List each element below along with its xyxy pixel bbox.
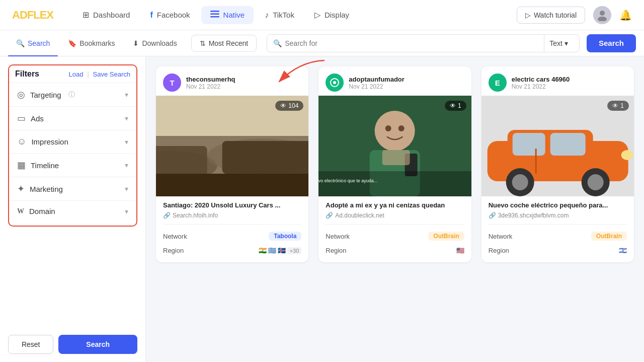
- sub-tab-search[interactable]: 🔍 Search: [8, 35, 58, 51]
- chevron-down-icon: ▾: [125, 185, 128, 193]
- filter-impression[interactable]: ☺ Impression ▾: [9, 130, 136, 153]
- sub-tab-bookmarks[interactable]: 🔖 Bookmarks: [60, 35, 123, 51]
- nav-tab-facebook-label: Facebook: [157, 11, 190, 19]
- svg-text:Es un dispositivo electrónico : Es un dispositivo electrónico que te ayu…: [318, 178, 377, 183]
- header: ADFLEX ⊞ Dashboard f Facebook Native ♪ T…: [0, 0, 644, 30]
- search-button[interactable]: Search: [587, 34, 636, 52]
- card-3-image: 👁 1: [481, 96, 634, 196]
- header-right: ▷ Watch tutorial 🔔: [517, 6, 632, 24]
- svg-point-31: [512, 174, 528, 190]
- ads-icon: ▭: [17, 113, 26, 124]
- card-3-details: Network OutBrain Region 🇮🇱: [489, 224, 627, 257]
- svg-rect-28: [512, 133, 545, 156]
- filter-targeting[interactable]: ◎ Targeting ⓘ ▾: [9, 83, 136, 106]
- eye-icon: 👁: [612, 102, 618, 109]
- filter-impression-left: ☺ Impression: [17, 136, 68, 147]
- sub-tab-downloads[interactable]: ⬇ Downloads: [125, 35, 185, 51]
- facebook-icon: f: [150, 11, 152, 20]
- nav-tab-native[interactable]: Native: [201, 6, 254, 24]
- nav-tab-display[interactable]: ▷ Display: [305, 6, 358, 24]
- content-area: T theconsumerhq Nov 21 2022: [146, 56, 644, 362]
- ad-card-2[interactable]: adoptaunfumador Nov 21 2022: [318, 66, 471, 262]
- notification-bell-icon[interactable]: 🔔: [619, 9, 632, 21]
- sub-tab-search-label: Search: [28, 39, 50, 47]
- search-bar: 🔍 Text ▾: [267, 34, 580, 52]
- svg-rect-11: [222, 141, 309, 174]
- card-1-regions: 🇮🇳 🇬🇷 🇮🇸 +30: [259, 247, 302, 254]
- card-3-url-text: 3de936.shcxjdwfblvm.com: [498, 212, 569, 219]
- load-link[interactable]: Load: [69, 70, 84, 78]
- card-2-regions: 🇺🇸: [456, 247, 464, 254]
- nav-tab-facebook[interactable]: f Facebook: [141, 7, 199, 24]
- sort-icon: ⇅: [200, 39, 206, 47]
- card-3-regions: 🇮🇱: [619, 247, 627, 254]
- filter-ads[interactable]: ▭ Ads ▾: [9, 106, 136, 130]
- filter-targeting-left: ◎ Targeting ⓘ: [17, 89, 75, 100]
- tiktok-icon: ♪: [265, 11, 269, 20]
- link-icon: 🔗: [489, 212, 496, 219]
- card-1-views-count: 104: [288, 102, 298, 109]
- region-label: Region: [326, 247, 346, 254]
- filter-timeline[interactable]: ▦ Timeline ▾: [9, 153, 136, 177]
- card-1-network-row: Network Taboola: [163, 229, 301, 244]
- svg-point-3: [600, 11, 605, 16]
- ad-card-3[interactable]: E electric cars 46960 Nov 21 2022: [481, 66, 634, 262]
- downloads-sub-icon: ⬇: [133, 39, 139, 47]
- svg-point-4: [598, 17, 607, 21]
- card-3-views: 👁 1: [607, 101, 629, 111]
- sidebar-search-button[interactable]: Search: [58, 335, 137, 354]
- card-2-views-count: 1: [458, 102, 461, 109]
- text-type-dropdown[interactable]: Text ▾: [544, 35, 573, 52]
- card-1-meta: theconsumerhq Nov 21 2022: [186, 76, 301, 90]
- chevron-down-icon: ▾: [125, 114, 128, 122]
- nav-tab-dashboard[interactable]: ⊞ Dashboard: [73, 6, 139, 24]
- sort-button[interactable]: ⇅ Most Recent: [191, 35, 257, 52]
- card-3-network-badge: OutBrain: [591, 232, 627, 241]
- watch-tutorial-button[interactable]: ▷ Watch tutorial: [517, 7, 585, 24]
- card-1-title: Santiago: 2020 Unsold Luxury Cars ...: [163, 201, 301, 209]
- cards-grid: T theconsumerhq Nov 21 2022: [156, 66, 634, 262]
- save-search-link[interactable]: Save Search: [93, 70, 130, 78]
- search-input[interactable]: [285, 39, 544, 47]
- svg-point-19: [385, 125, 391, 131]
- svg-point-33: [587, 174, 603, 190]
- card-1-header: T theconsumerhq Nov 21 2022: [156, 66, 308, 96]
- card-3-title: Nuevo coche eléctrico pequeño para...: [489, 201, 627, 209]
- filter-marketing[interactable]: ✦ Marketing ▾: [9, 177, 136, 200]
- card-2-region-row: Region 🇺🇸: [326, 244, 464, 257]
- avatar[interactable]: [593, 6, 611, 24]
- card-3-meta: electric cars 46960 Nov 21 2022: [512, 76, 627, 90]
- filter-domain-left: W Domain: [17, 207, 55, 215]
- card-3-region-row: Region 🇮🇱: [489, 244, 627, 257]
- play-icon: ▷: [525, 11, 531, 19]
- svg-rect-10: [156, 146, 207, 176]
- sort-label: Most Recent: [209, 39, 249, 47]
- reset-button[interactable]: Reset: [8, 335, 53, 354]
- eye-icon: 👁: [450, 102, 456, 109]
- logo-text-main: ADFLE: [12, 9, 46, 21]
- search-bar-icon: 🔍: [273, 39, 282, 47]
- filters-panel: Filters Load | Save Search ◎ Targeting ⓘ…: [8, 64, 137, 227]
- card-1-body: Santiago: 2020 Unsold Luxury Cars ... 🔗 …: [156, 196, 308, 262]
- card-3-date: Nov 21 2022: [512, 83, 627, 90]
- info-icon: ⓘ: [68, 90, 75, 99]
- chevron-down-icon: ▾: [565, 39, 568, 47]
- card-3-header: E electric cars 46960 Nov 21 2022: [481, 66, 634, 96]
- ad-card-1[interactable]: T theconsumerhq Nov 21 2022: [156, 66, 308, 262]
- card-1-image: 👁 104: [156, 96, 308, 196]
- watch-tutorial-label: Watch tutorial: [534, 11, 577, 19]
- card-2-header: adoptaunfumador Nov 21 2022: [318, 66, 471, 96]
- filter-timeline-label: Timeline: [31, 161, 59, 170]
- text-type-label: Text: [549, 39, 562, 47]
- sub-tab-downloads-label: Downloads: [142, 39, 177, 47]
- native-icon: [210, 10, 219, 20]
- card-1-avatar: T: [163, 74, 181, 92]
- nav-tab-tiktok[interactable]: ♪ TikTok: [256, 7, 303, 24]
- card-1-date: Nov 21 2022: [186, 83, 301, 90]
- svg-rect-23: [318, 171, 471, 196]
- filter-domain[interactable]: W Domain ▾: [9, 200, 136, 222]
- region-label: Region: [163, 247, 184, 254]
- card-1-region-more: +30: [287, 247, 302, 254]
- card-2-views: 👁 1: [445, 101, 466, 111]
- search-sub-icon: 🔍: [16, 39, 25, 47]
